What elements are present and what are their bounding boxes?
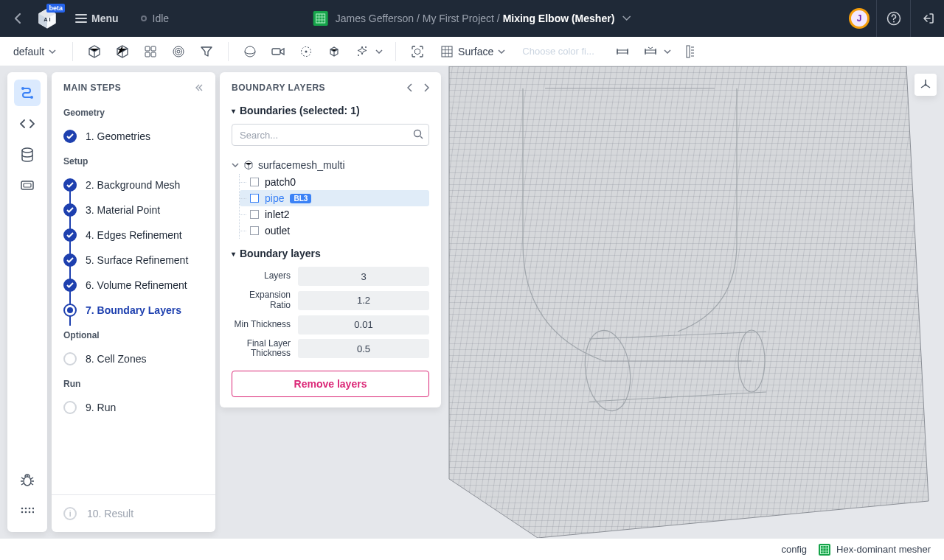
step-cell-zones[interactable]: 8. Cell Zones [60,346,206,371]
rail-code-button[interactable] [14,111,41,137]
properties-panel: BOUNDARY LAYERS Boundaries (selected: 1)… [220,72,441,407]
viewport-3d[interactable] [441,66,944,538]
step-current-icon [63,304,77,317]
exit-icon [920,11,935,26]
param-minthick-input[interactable] [298,315,429,335]
surface-mode-selector[interactable]: Surface [434,42,511,61]
step-done-icon [63,203,77,217]
beta-badge: beta [46,4,65,13]
step-geometries[interactable]: 1. Geometries [60,124,206,149]
remove-layers-button[interactable]: Remove layers [232,371,429,397]
svg-point-10 [177,50,180,53]
props-next-button[interactable] [424,83,429,92]
step-result[interactable]: i 10. Result [52,494,215,532]
schema-selector[interactable]: default [7,43,62,60]
collapse-main-steps[interactable] [195,84,204,91]
step-boundary-layers[interactable]: 7. Boundary Layers [60,298,206,323]
step-done-icon [63,279,77,292]
axis-orientation-button[interactable] [914,74,937,96]
props-prev-button[interactable] [407,83,412,92]
rail-monitor-button[interactable] [14,172,41,199]
hamburger-icon [75,13,87,24]
grid4-icon [144,45,157,58]
range-map-dropdown[interactable] [662,41,673,63]
svg-point-27 [21,508,24,510]
tree-item-patch0[interactable]: patch0 [240,174,429,190]
step-label: 8. Cell Zones [86,353,146,365]
step-edges-refinement[interactable]: 4. Edges Refinement [60,223,206,248]
view-cube-solid-button[interactable] [83,41,105,63]
block-button[interactable] [323,41,345,63]
svg-rect-17 [442,46,452,57]
range-map-button[interactable] [639,41,662,63]
chevron-down-icon [498,49,505,54]
rotate-button[interactable] [295,41,317,63]
top-right-controls: J [842,0,944,37]
rail-grid-button[interactable] [14,498,41,525]
mesher-app-icon [313,11,328,26]
rail-data-button[interactable] [14,141,41,168]
range-button[interactable] [611,41,634,63]
help-icon [886,11,901,26]
step-volume-refinement[interactable]: 6. Volume Refinement [60,273,206,298]
step-label: 5. Surface Refinement [86,254,188,266]
bl-section-header[interactable]: Boundary layers [220,243,441,264]
status-config[interactable]: config [781,544,807,555]
step-background-mesh[interactable]: 2. Background Mesh [60,172,206,197]
exit-button[interactable] [910,0,944,37]
step-label: 9. Run [86,402,116,413]
tree-root[interactable]: surfacemesh_multi [232,156,429,174]
breadcrumb-text[interactable]: James Gefferson / My First Project / Mix… [336,13,615,24]
rail-steps-button[interactable] [14,80,41,106]
menu-button[interactable]: Menu [75,13,119,24]
account-avatar[interactable]: J [842,0,876,37]
chevron-down-icon [664,49,671,54]
tree-item-outlet[interactable]: outlet [240,223,429,239]
rail-debug-button[interactable] [14,467,41,494]
block-icon [328,46,340,57]
step-surface-refinement[interactable]: 5. Surface Refinement [60,248,206,273]
view-cube-wire-button[interactable] [111,41,133,63]
rotate-icon [299,45,313,58]
svg-point-15 [365,46,367,48]
monitor-icon [20,180,35,192]
param-expansion-input[interactable] [298,291,429,310]
camera-button[interactable] [267,41,289,63]
info-icon: i [63,507,77,520]
sparkle-icon [355,45,369,58]
chevron-right-icon [424,83,429,92]
mesh-node-icon [243,160,254,170]
breadcrumb-dropdown[interactable] [622,15,631,21]
view-contour-button[interactable] [167,41,190,63]
step-material-point[interactable]: 3. Material Point [60,197,206,223]
magic-dropdown[interactable] [373,41,385,63]
back-button[interactable] [9,13,27,24]
tree-item-pipe[interactable]: pipeBL3 [240,190,429,206]
view-modules-button[interactable] [139,41,162,63]
group-optional: Optional [63,330,204,340]
color-field-selector[interactable] [517,41,605,62]
svg-point-9 [176,48,182,55]
side-rail [7,72,47,532]
view-shading-button[interactable] [239,41,261,63]
param-layers-input[interactable] [298,267,429,286]
svg-point-35 [414,130,421,137]
legend-button[interactable] [679,41,701,63]
fit-view-button[interactable] [406,41,428,63]
toolbar: default Surface [0,37,944,66]
view-filter-button[interactable] [195,41,218,63]
boundaries-search-input[interactable] [232,124,429,146]
app-logo[interactable]: A I beta [34,5,60,32]
param-final-input[interactable] [298,339,429,358]
help-button[interactable] [876,0,910,37]
status-mesher-label: Hex-dominant mesher [836,544,931,555]
patch-icon [250,178,259,186]
database-icon [21,147,34,162]
boundaries-section-header[interactable]: Boundaries (selected: 1) [220,100,441,121]
svg-point-22 [30,96,33,99]
contour-icon [172,45,185,58]
step-run[interactable]: 9. Run [60,395,206,420]
svg-point-14 [305,50,308,52]
tree-item-inlet2[interactable]: inlet2 [240,206,429,223]
magic-button[interactable] [351,41,373,63]
